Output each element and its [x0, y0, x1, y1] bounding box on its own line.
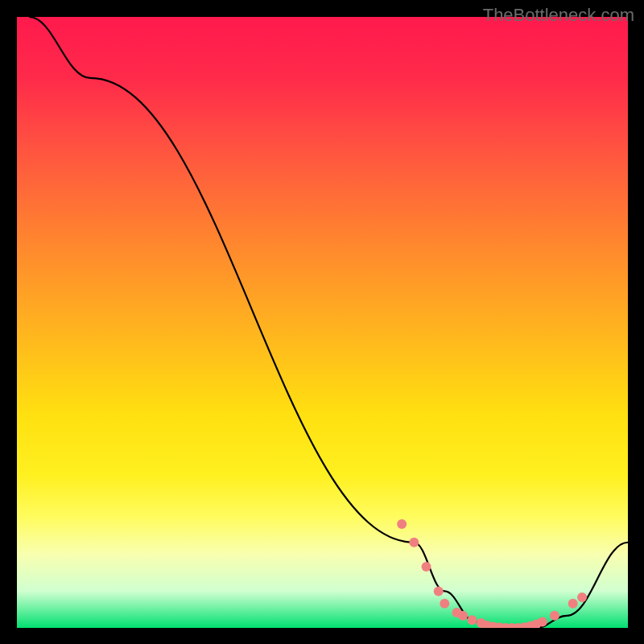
- optimal-dot: [434, 586, 444, 596]
- optimal-dot: [568, 599, 578, 609]
- optimal-dot: [409, 538, 419, 547]
- chart-plot-area: [17, 17, 628, 628]
- optimal-dot: [501, 623, 510, 628]
- optimal-dot: [467, 615, 477, 625]
- optimal-dot: [577, 592, 587, 602]
- attribution-text: TheBottleneck.com: [483, 5, 634, 26]
- optimal-dot: [519, 622, 529, 628]
- chart-svg: [17, 17, 628, 628]
- optimal-dot: [489, 621, 498, 628]
- optimal-dot: [422, 562, 431, 572]
- optimal-dot: [440, 599, 449, 609]
- optimal-dot: [452, 608, 461, 617]
- optimal-dot: [550, 611, 559, 621]
- optimal-dot: [513, 623, 522, 628]
- optimal-dot: [397, 519, 407, 529]
- optimal-dot: [531, 619, 541, 628]
- bottleneck-curve: [29, 17, 628, 628]
- optimal-dot: [495, 622, 505, 628]
- optimal-dot: [482, 621, 492, 628]
- optimal-dot: [507, 623, 517, 628]
- optimal-dot: [526, 621, 535, 628]
- optimal-range-dots: [397, 519, 587, 628]
- optimal-dot: [458, 611, 468, 621]
- optimal-dot: [538, 617, 547, 626]
- optimal-dot: [477, 618, 486, 628]
